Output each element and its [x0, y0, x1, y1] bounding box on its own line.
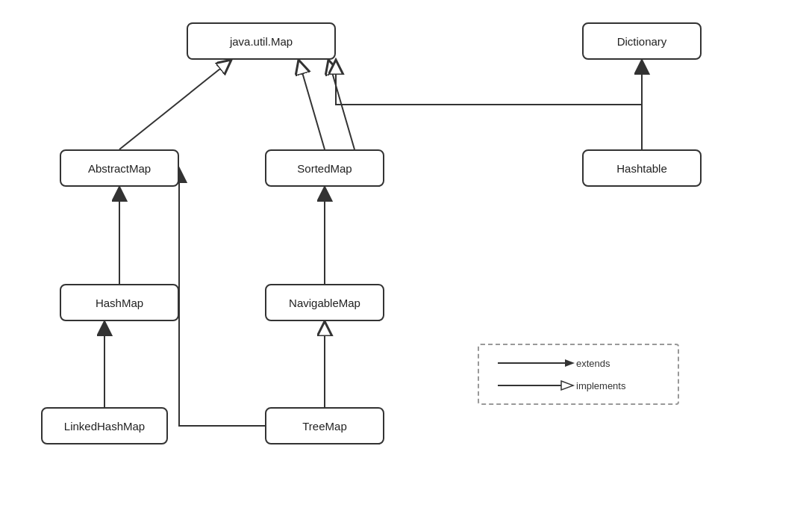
- legend-box: extends implements: [478, 344, 679, 405]
- box-java-util-map: java.util.Map: [187, 22, 336, 60]
- implements-arrow-icon: [494, 378, 576, 393]
- legend-extends-row: extends: [494, 356, 663, 371]
- svg-marker-12: [565, 359, 575, 367]
- svg-line-5: [328, 60, 355, 149]
- box-hash-map: HashMap: [60, 284, 179, 321]
- box-dictionary: Dictionary: [582, 22, 702, 60]
- extends-arrow-icon: [494, 356, 576, 371]
- box-sorted-map: SortedMap: [265, 149, 384, 187]
- svg-line-3: [119, 60, 231, 149]
- box-navigable-map: NavigableMap: [265, 284, 384, 321]
- box-linked-hash-map: LinkedHashMap: [41, 407, 168, 444]
- legend-implements-row: implements: [494, 378, 663, 393]
- box-abstract-map: AbstractMap: [60, 149, 179, 187]
- extends-label: extends: [576, 358, 610, 369]
- diagram-container: java.util.Map Dictionary AbstractMap Sor…: [0, 0, 812, 505]
- svg-marker-14: [561, 381, 573, 390]
- svg-line-4: [299, 60, 325, 149]
- box-tree-map: TreeMap: [265, 407, 384, 444]
- implements-label: implements: [576, 380, 625, 391]
- box-hashtable: Hashtable: [582, 149, 702, 187]
